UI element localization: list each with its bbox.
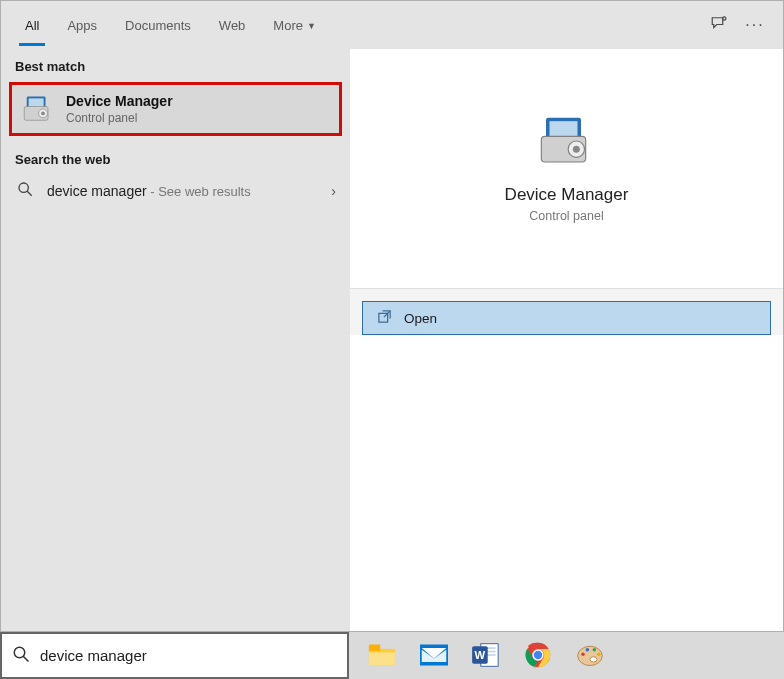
- search-icon: [15, 181, 35, 200]
- section-search-web: Search the web: [1, 142, 350, 173]
- taskbar-word[interactable]: W: [463, 636, 509, 676]
- search-input[interactable]: [40, 647, 337, 664]
- best-match-result[interactable]: Device Manager Control panel: [9, 82, 342, 136]
- web-result[interactable]: device manager - See web results ›: [1, 173, 350, 208]
- tab-apps-label: Apps: [67, 18, 97, 33]
- results-list: Best match Device Manager Control panel: [1, 49, 350, 631]
- tab-all[interactable]: All: [11, 4, 53, 45]
- device-manager-icon: [22, 93, 54, 125]
- taskbar-chrome[interactable]: [515, 636, 561, 676]
- tab-all-label: All: [25, 18, 39, 33]
- web-result-text: device manager - See web results: [47, 183, 319, 199]
- svg-point-6: [19, 183, 28, 192]
- svg-point-32: [586, 648, 590, 652]
- svg-rect-2: [29, 98, 44, 107]
- web-result-hint: See web results: [158, 184, 251, 199]
- feedback-button[interactable]: [701, 14, 737, 36]
- search-icon: [12, 645, 30, 667]
- svg-point-5: [41, 112, 45, 116]
- svg-point-0: [723, 16, 726, 19]
- tab-more-label: More: [273, 18, 303, 33]
- word-icon: W: [472, 642, 500, 668]
- best-match-text: Device Manager Control panel: [66, 93, 173, 125]
- taskbar-mail[interactable]: [411, 636, 457, 676]
- svg-line-15: [23, 656, 28, 661]
- paint-icon: [576, 643, 604, 667]
- svg-point-12: [572, 145, 579, 152]
- preview-subtitle: Control panel: [529, 209, 603, 223]
- svg-rect-17: [369, 644, 380, 650]
- device-manager-icon: [539, 115, 595, 167]
- svg-point-30: [590, 656, 597, 661]
- preview-pane: Device Manager Control panel Open: [350, 49, 783, 631]
- taskbar-file-explorer[interactable]: [359, 636, 405, 676]
- web-result-hint-prefix: -: [147, 184, 159, 199]
- preview-empty: [350, 335, 783, 631]
- more-options-button[interactable]: ···: [737, 16, 773, 34]
- feedback-icon: [710, 14, 728, 32]
- tab-apps[interactable]: Apps: [53, 4, 111, 45]
- taskbar-paint[interactable]: [567, 636, 613, 676]
- tab-documents[interactable]: Documents: [111, 4, 205, 45]
- svg-rect-18: [369, 652, 395, 665]
- file-explorer-icon: [368, 643, 396, 667]
- mail-icon: [420, 644, 448, 666]
- tab-web-label: Web: [219, 18, 246, 33]
- svg-point-34: [597, 652, 601, 656]
- svg-point-28: [534, 650, 542, 658]
- chevron-down-icon: ▼: [307, 21, 316, 31]
- search-panel: All Apps Documents Web More ▼ ··· Best m…: [0, 0, 784, 632]
- preview-card: Device Manager Control panel: [350, 49, 783, 289]
- more-icon: ···: [745, 16, 764, 33]
- web-result-query: device manager: [47, 183, 147, 199]
- tab-documents-label: Documents: [125, 18, 191, 33]
- search-bar[interactable]: [0, 632, 349, 679]
- chevron-right-icon: ›: [331, 183, 336, 199]
- svg-point-33: [593, 648, 597, 652]
- open-label: Open: [404, 311, 437, 326]
- tab-more[interactable]: More ▼: [259, 4, 330, 45]
- search-body: Best match Device Manager Control panel: [1, 49, 783, 631]
- svg-point-14: [14, 647, 25, 658]
- search-tabs: All Apps Documents Web More ▼ ···: [1, 1, 783, 49]
- svg-line-7: [27, 191, 32, 196]
- section-best-match: Best match: [1, 49, 350, 80]
- open-action[interactable]: Open: [362, 301, 771, 335]
- taskbar: W: [349, 632, 784, 679]
- best-match-subtitle: Control panel: [66, 111, 173, 125]
- tab-web[interactable]: Web: [205, 4, 260, 45]
- svg-text:W: W: [475, 649, 486, 661]
- open-icon: [377, 309, 392, 328]
- chrome-icon: [525, 642, 551, 668]
- svg-rect-9: [549, 121, 577, 137]
- svg-point-31: [581, 652, 585, 656]
- svg-point-29: [578, 646, 603, 665]
- best-match-title: Device Manager: [66, 93, 173, 109]
- preview-title: Device Manager: [505, 185, 629, 205]
